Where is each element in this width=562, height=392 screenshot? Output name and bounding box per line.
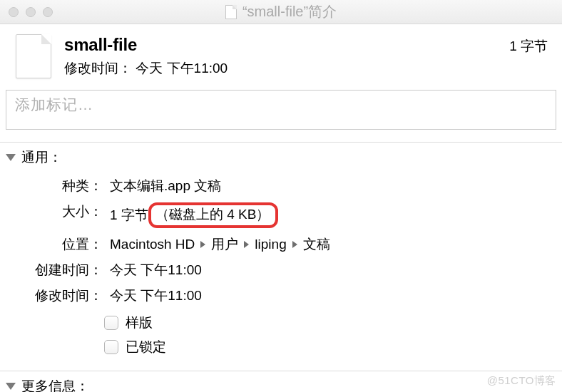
path-segment: Macintosh HD xyxy=(110,237,195,252)
file-header: small-file 修改时间： 今天 下午11:00 1 字节 xyxy=(0,24,562,90)
size-label: 大小： xyxy=(14,202,103,221)
size-value: 1 字节 xyxy=(110,206,148,225)
path-segment: liping xyxy=(255,237,286,252)
document-icon xyxy=(16,34,51,78)
modified-value: 今天 下午11:00 xyxy=(110,287,548,305)
get-info-window: “small-file”简介 small-file 修改时间： 今天 下午11:… xyxy=(0,0,562,392)
locked-checkbox[interactable] xyxy=(104,340,118,354)
document-icon xyxy=(225,5,237,19)
size-value-row: 1 字节 （磁盘上的 4 KB） xyxy=(110,202,548,228)
where-path: Macintosh HD 用户 liping 文稿 xyxy=(110,235,548,254)
path-segment: 文稿 xyxy=(303,235,330,254)
section-general-label: 通用： xyxy=(21,148,62,167)
modified-value: 今天 下午11:00 xyxy=(136,61,228,76)
stationery-row: 样版 xyxy=(104,314,562,332)
file-size-summary: 1 字节 xyxy=(509,37,548,56)
zoom-icon[interactable] xyxy=(43,7,53,17)
stationery-label: 样版 xyxy=(126,314,153,332)
section-more-header[interactable]: 更多信息： xyxy=(0,371,562,392)
chevron-right-icon xyxy=(292,241,297,248)
tags-input[interactable] xyxy=(6,90,556,130)
section-more-label: 更多信息： xyxy=(21,377,89,392)
locked-label: 已锁定 xyxy=(126,338,166,356)
tags-field-wrap xyxy=(0,90,562,140)
created-value: 今天 下午11:00 xyxy=(110,261,548,279)
kind-value: 文本编辑.app 文稿 xyxy=(110,177,548,195)
modified-label: 修改时间： xyxy=(64,61,132,76)
disclosure-triangle-icon[interactable] xyxy=(6,154,16,161)
close-icon[interactable] xyxy=(9,7,19,17)
created-label: 创建时间： xyxy=(14,261,103,279)
general-details: 种类： 文本编辑.app 文稿 大小： 1 字节 （磁盘上的 4 KB） 位置：… xyxy=(0,171,562,309)
where-label: 位置： xyxy=(14,235,103,254)
locked-row: 已锁定 xyxy=(104,338,562,356)
file-header-text: small-file 修改时间： 今天 下午11:00 xyxy=(64,35,496,78)
window-controls xyxy=(9,7,53,17)
section-general-header[interactable]: 通用： xyxy=(0,143,562,171)
watermark: @51CTO博客 xyxy=(487,374,556,388)
modified-label: 修改时间： xyxy=(14,287,103,305)
minimize-icon[interactable] xyxy=(26,7,36,17)
file-modified-line: 修改时间： 今天 下午11:00 xyxy=(64,59,496,78)
general-checkboxes: 样版 已锁定 xyxy=(0,309,562,369)
size-on-disk-highlight: （磁盘上的 4 KB） xyxy=(148,202,278,228)
chevron-right-icon xyxy=(200,241,205,248)
stationery-checkbox[interactable] xyxy=(104,316,118,330)
path-segment: 用户 xyxy=(211,235,238,254)
kind-label: 种类： xyxy=(14,177,103,195)
titlebar-title-group: “small-file”简介 xyxy=(225,2,337,21)
disclosure-triangle-icon[interactable] xyxy=(6,383,16,390)
titlebar: “small-file”简介 xyxy=(0,0,562,24)
file-name: small-file xyxy=(64,35,496,55)
chevron-right-icon xyxy=(244,241,249,248)
window-title: “small-file”简介 xyxy=(242,2,337,21)
